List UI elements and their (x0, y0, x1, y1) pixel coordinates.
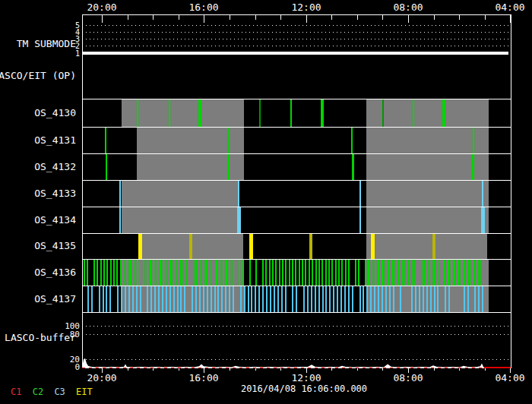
event-tick (351, 128, 353, 153)
data-bar (229, 286, 230, 312)
data-bar (269, 260, 271, 286)
data-bar (87, 260, 88, 286)
data-bar (203, 286, 204, 312)
data-bar (363, 286, 364, 312)
data-bar (448, 260, 449, 286)
data-bar (480, 260, 482, 286)
activity-gray-block (366, 181, 489, 207)
activity-gray-block (366, 234, 487, 259)
axis-minor-tick-top (128, 14, 128, 20)
data-bar (262, 260, 264, 286)
data-bar (133, 260, 135, 286)
data-bar (106, 260, 108, 286)
data-bar (302, 260, 303, 286)
tm-submode-gridline (82, 32, 511, 33)
data-bar (180, 286, 182, 312)
event-tick (228, 154, 230, 180)
data-bar (464, 260, 465, 286)
data-bar (123, 260, 125, 286)
data-bar (371, 260, 372, 286)
data-bar (272, 260, 274, 286)
data-bar (344, 286, 346, 312)
data-bar (382, 260, 383, 286)
tm-submode-gridline (82, 25, 511, 26)
data-bar (166, 260, 168, 286)
data-bar (285, 260, 287, 286)
data-bar (110, 260, 112, 286)
data-bar (120, 260, 122, 286)
data-bar (116, 260, 118, 286)
data-bar (221, 286, 223, 312)
data-bar (303, 286, 305, 312)
hour-label-bottom: 12:00 (290, 372, 323, 383)
data-bar (322, 286, 324, 312)
data-bar (393, 286, 394, 312)
data-bar (176, 260, 178, 286)
event-tick (473, 128, 474, 153)
data-bar (169, 286, 171, 312)
data-bar (242, 260, 244, 286)
data-bar (195, 286, 197, 312)
data-bar (207, 286, 208, 312)
data-bar (258, 286, 260, 312)
data-bar (270, 286, 271, 312)
data-bar (117, 286, 119, 312)
data-bar (333, 286, 334, 312)
data-bar (199, 286, 201, 312)
data-bar (97, 260, 98, 286)
data-bar (121, 286, 122, 312)
event-tick (106, 154, 107, 180)
data-bar (448, 286, 450, 312)
event-tick (442, 99, 445, 127)
data-bar (153, 260, 154, 286)
event-tick (238, 181, 239, 207)
data-bar (211, 286, 212, 312)
data-bar (427, 260, 429, 286)
data-bar (282, 260, 283, 286)
data-bar (335, 260, 337, 286)
data-bar (424, 260, 426, 286)
data-bar (359, 286, 361, 312)
data-bar (421, 260, 423, 286)
data-bar (426, 286, 428, 312)
data-bar (345, 260, 347, 286)
axis-minor-tick-top (459, 14, 460, 20)
data-bar (375, 260, 376, 286)
data-bar (150, 260, 151, 286)
data-bar (173, 260, 174, 286)
data-bar (415, 286, 416, 312)
tm-submode-gridline (82, 46, 511, 46)
axis-minor-tick-top (382, 14, 383, 20)
data-bar (482, 286, 483, 312)
axis-minor-tick-top (357, 14, 358, 20)
data-bar (315, 260, 317, 286)
data-bar (240, 286, 242, 312)
activity-gray-block (122, 99, 244, 127)
axis-minor-tick-top (434, 14, 435, 20)
hour-label-bottom: 04:00 (493, 372, 527, 383)
data-bar (103, 286, 104, 312)
data-bar (150, 286, 152, 312)
data-bar (99, 286, 100, 312)
event-tick (227, 128, 229, 153)
data-bar (292, 260, 293, 286)
data-bar (307, 286, 309, 312)
data-bar (281, 286, 283, 312)
data-bar (407, 260, 409, 286)
data-bar (186, 260, 188, 286)
hour-label-bottom: 16:00 (187, 372, 220, 383)
data-bar (157, 260, 158, 286)
data-bar (437, 286, 439, 312)
data-bar (385, 286, 387, 312)
data-bar (348, 286, 350, 312)
data-bar (177, 286, 179, 312)
data-bar (411, 260, 413, 286)
data-bar (93, 260, 95, 286)
data-bar (87, 286, 89, 312)
tm-submode-value-bar (83, 52, 508, 55)
data-bar (196, 260, 198, 286)
data-bar (147, 286, 148, 312)
data-bar (137, 260, 138, 286)
data-bar (458, 260, 459, 286)
data-bar (136, 286, 138, 312)
